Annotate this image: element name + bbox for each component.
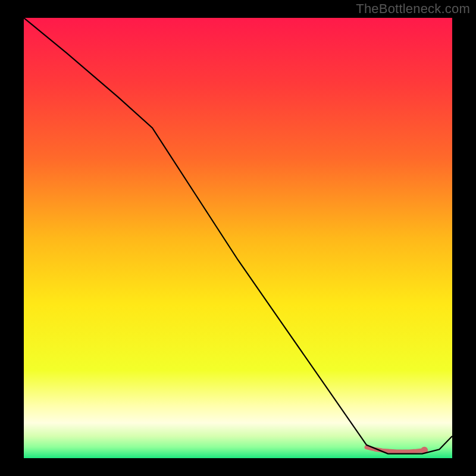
gradient-rect [24,18,452,458]
svg-line-3 [390,451,395,452]
plot-area [24,18,452,458]
svg-line-2 [384,450,389,451]
svg-line-6 [409,451,414,452]
chart-svg [24,18,452,458]
watermark-text: TheBottleneck.com [356,1,470,17]
chart-frame: TheBottleneck.com [0,0,476,476]
